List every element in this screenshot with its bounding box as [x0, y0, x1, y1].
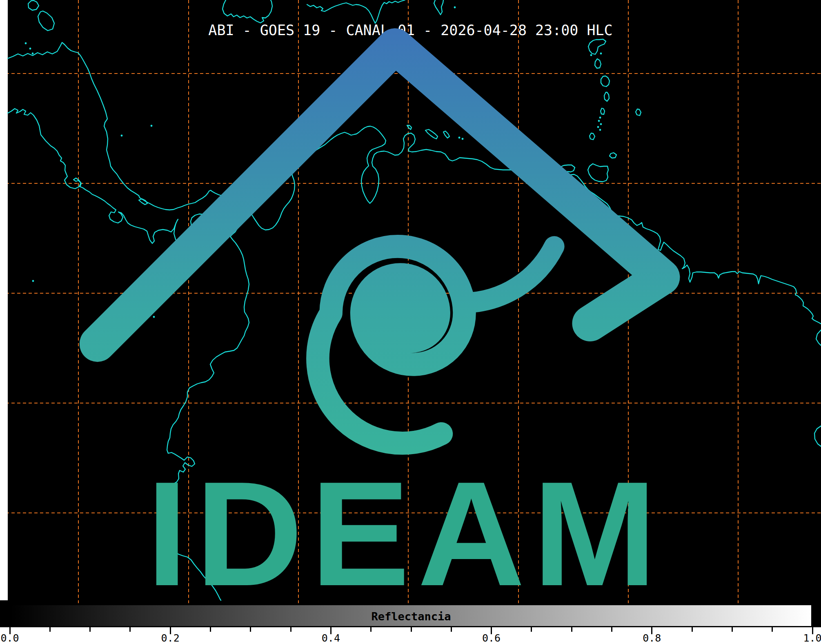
colorbar-minor-tick [732, 627, 733, 632]
colorbar-minor-tick [370, 627, 372, 632]
colorbar-minor-tick [129, 627, 131, 632]
colorbar-minor-tick [250, 627, 251, 632]
colorbar-axis: 0.00.20.40.60.81.0 [0, 627, 821, 644]
colorbar-tick-label: 0.8 [643, 632, 661, 644]
colorbar-tick-label: 0.2 [161, 632, 180, 644]
logo-spiral [318, 246, 464, 443]
colorbar-label: Reflectancia [371, 610, 451, 623]
satellite-image-viewer: ABI - GOES 19 - CANAL 01 - 2026-04-28 23… [0, 0, 821, 644]
colorbar-minor-tick [571, 627, 572, 632]
colorbar-minor-tick [411, 627, 412, 632]
colorbar-minor-tick [772, 627, 773, 632]
colorbar-minor-tick [692, 627, 693, 632]
colorbar-minor-tick [611, 627, 612, 632]
satellite-map: ABI - GOES 19 - CANAL 01 - 2026-04-28 23… [0, 0, 821, 603]
colorbar-tick-label: 0.4 [322, 632, 340, 644]
colorbar-tick-label: 0.6 [482, 632, 501, 644]
colorbar-gradient: Reflectancia [10, 604, 812, 627]
colorbar-minor-tick [531, 627, 532, 632]
logo-spiral-arm [464, 246, 554, 303]
ideam-logo: IDEAM [0, 0, 821, 603]
colorbar-minor-tick [89, 627, 91, 632]
colorbar-tick-label: 0.0 [0, 632, 19, 644]
colorbar-minor-tick [290, 627, 291, 632]
colorbar-tick-label: 1.0 [803, 632, 821, 644]
colorbar-minor-tick [451, 627, 452, 632]
colorbar-area: Reflectancia 0.00.20.40.60.81.0 [0, 603, 821, 644]
colorbar-minor-tick [210, 627, 211, 632]
colorbar-minor-tick [49, 627, 51, 632]
logo-text: IDEAM [146, 450, 664, 603]
